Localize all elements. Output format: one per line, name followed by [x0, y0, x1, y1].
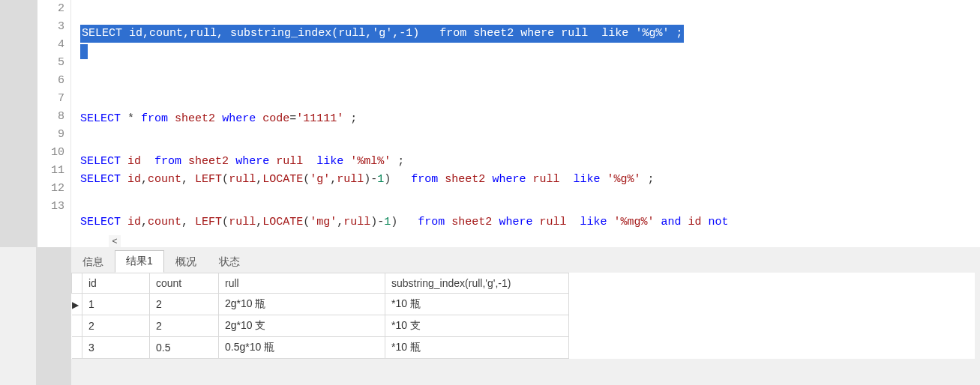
row-marker [72, 337, 82, 359]
table-row[interactable]: 30.50.5g*10 瓶*10 瓶 [72, 337, 569, 359]
line-number: 4 [37, 36, 70, 54]
col-header-id[interactable]: id [82, 273, 150, 294]
sql-editor[interactable]: 2345678910111213 SELECT id,count,rull, s… [0, 0, 980, 247]
tab-2[interactable]: 概况 [164, 251, 208, 273]
cell-rull[interactable]: 0.5g*10 瓶 [219, 337, 385, 359]
result-tabs-bar: 信息结果1概况状态 [71, 250, 251, 273]
cell-count[interactable]: 2 [150, 315, 219, 337]
row-marker: ▶ [72, 294, 82, 315]
code-line[interactable]: SELECT * from sheet2 where code='11111' … [80, 110, 357, 128]
cell-sub[interactable]: *10 瓶 [385, 294, 569, 315]
cell-count[interactable]: 0.5 [150, 337, 219, 359]
line-number: 9 [37, 126, 70, 144]
code-area[interactable]: SELECT id,count,rull, substring_index(ru… [71, 0, 980, 247]
cell-rull[interactable]: 2g*10 瓶 [219, 294, 385, 315]
cell-count[interactable]: 2 [150, 294, 219, 315]
header-row: id count rull substring_index(rull,'g',-… [72, 273, 569, 294]
code-line[interactable]: SELECT id from sheet2 where rull like '%… [80, 153, 404, 171]
cell-id[interactable]: 3 [82, 337, 150, 359]
line-number: 13 [37, 198, 70, 216]
editor-horizontal-scrollbar[interactable] [109, 235, 980, 247]
caret-icon [80, 44, 88, 59]
code-line[interactable]: SELECT id,count, LEFT(rull,LOCATE('g',ru… [80, 171, 655, 189]
col-header-rull[interactable]: rull [219, 273, 385, 294]
line-number: 5 [37, 54, 70, 72]
line-number: 11 [37, 162, 70, 180]
cell-rull[interactable]: 2g*10 支 [219, 315, 385, 337]
tab-1[interactable]: 结果1 [115, 250, 164, 273]
cell-id[interactable]: 2 [82, 315, 150, 337]
current-row-indicator-icon: ▶ [72, 300, 79, 310]
code-line[interactable]: SELECT id,count,rull, substring_index(ru… [80, 25, 684, 43]
line-number: 10 [37, 144, 70, 162]
left-margin-strip [36, 247, 71, 385]
tab-0[interactable]: 信息 [71, 251, 115, 273]
line-number: 2 [37, 0, 70, 18]
line-number: 6 [37, 72, 70, 90]
col-header-count[interactable]: count [150, 273, 219, 294]
table-row[interactable]: ▶122g*10 瓶*10 瓶 [72, 294, 569, 315]
selected-line[interactable]: SELECT id,count,rull, substring_index(ru… [80, 25, 684, 43]
cell-sub[interactable]: *10 瓶 [385, 337, 569, 359]
line-number: 7 [37, 90, 70, 108]
code-line[interactable]: SELECT id,count, LEFT(rull,LOCATE('mg',r… [80, 213, 729, 231]
line-number: 3 [37, 18, 70, 36]
line-number-gutter: 2345678910111213 [37, 0, 71, 247]
cell-sub[interactable]: *10 支 [385, 315, 569, 337]
tab-3[interactable]: 状态 [208, 251, 251, 273]
result-grid[interactable]: id count rull substring_index(rull,'g',-… [71, 273, 975, 359]
code-line[interactable] [80, 43, 88, 61]
col-header-substring[interactable]: substring_index(rull,'g',-1) [385, 273, 569, 294]
table-row[interactable]: 222g*10 支*10 支 [72, 315, 569, 337]
row-marker [72, 315, 82, 337]
line-number: 8 [37, 108, 70, 126]
line-number: 12 [37, 180, 70, 198]
cell-id[interactable]: 1 [82, 294, 150, 315]
